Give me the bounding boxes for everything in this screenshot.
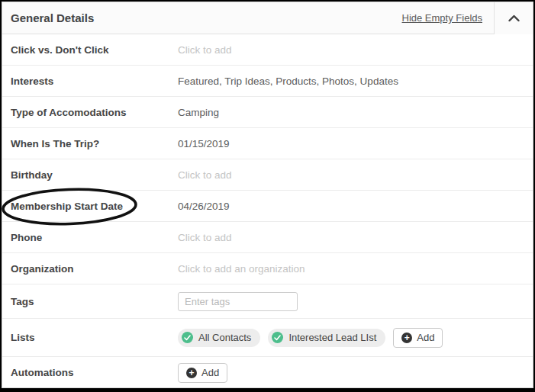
- field-value: [178, 292, 533, 311]
- field-row-automations: Automations + Add: [2, 357, 533, 388]
- field-value-empty[interactable]: Click to add: [178, 169, 533, 181]
- field-row-birthday: Birthday Click to add: [2, 159, 533, 191]
- add-button-label: Add: [417, 332, 434, 343]
- field-row-tags: Tags: [2, 284, 533, 319]
- field-label: Click vs. Don't Click: [2, 44, 178, 56]
- field-value[interactable]: 04/26/2019: [178, 201, 533, 212]
- field-label: Tags: [2, 296, 178, 307]
- field-row-when-is-the-trip: When Is The Trip? 01/15/2019: [2, 128, 533, 159]
- automations-value: + Add: [178, 363, 533, 383]
- screenshot-frame: General Details Hide Empty Fields Click …: [0, 0, 535, 392]
- lists-badge-group: All Contacts Interested Lead LIst + Add: [178, 328, 533, 348]
- field-row-organization: Organization Click to add an organizatio…: [2, 253, 533, 284]
- panel-header: General Details Hide Empty Fields: [2, 2, 533, 34]
- field-rows: Click vs. Don't Click Click to add Inter…: [2, 34, 533, 388]
- field-row-interests: Interests Featured, Trip Ideas, Products…: [2, 66, 533, 97]
- add-list-button[interactable]: + Add: [393, 328, 443, 348]
- add-button-label: Add: [201, 367, 219, 378]
- hide-empty-fields-link[interactable]: Hide Empty Fields: [402, 12, 482, 24]
- field-label: When Is The Trip?: [2, 138, 178, 149]
- check-icon: [182, 332, 193, 343]
- list-badge-all-contacts[interactable]: All Contacts: [178, 329, 260, 347]
- field-label: Lists: [2, 332, 178, 343]
- field-row-type-of-accomodations: Type of Accomodations Camping: [2, 97, 533, 128]
- field-value[interactable]: Camping: [178, 107, 533, 118]
- chevron-up-icon: [508, 11, 520, 25]
- list-badge-label: All Contacts: [198, 332, 251, 343]
- field-label: Organization: [2, 263, 178, 275]
- tags-input[interactable]: [178, 292, 298, 311]
- list-badge-interested-lead-list[interactable]: Interested Lead LIst: [268, 329, 385, 347]
- field-value-empty[interactable]: Click to add: [178, 44, 533, 56]
- field-row-phone: Phone Click to add: [2, 222, 533, 253]
- field-label: Membership Start Date: [2, 201, 178, 212]
- collapse-panel-button[interactable]: [495, 2, 533, 34]
- field-label: Interests: [2, 76, 178, 87]
- field-label: Birthday: [2, 169, 178, 181]
- check-icon: [272, 332, 283, 343]
- list-badge-label: Interested Lead LIst: [288, 332, 376, 343]
- general-details-panel: General Details Hide Empty Fields Click …: [2, 2, 533, 388]
- plus-icon: +: [186, 368, 197, 378]
- field-label: Phone: [2, 232, 178, 243]
- field-label: Type of Accomodations: [2, 107, 178, 118]
- field-row-lists: Lists All Contacts Interested Lead LIst: [2, 319, 533, 357]
- field-value-empty[interactable]: Click to add: [178, 232, 533, 243]
- panel-title: General Details: [2, 11, 402, 24]
- field-value[interactable]: 01/15/2019: [178, 138, 533, 149]
- field-value-empty[interactable]: Click to add an organization: [178, 263, 533, 275]
- field-row-membership-start-date: Membership Start Date 04/26/2019: [2, 191, 533, 222]
- plus-icon: +: [401, 333, 412, 343]
- add-automation-button[interactable]: + Add: [178, 363, 227, 383]
- field-value[interactable]: Featured, Trip Ideas, Products, Photos, …: [178, 76, 533, 87]
- field-row-click-vs-dont-click: Click vs. Don't Click Click to add: [2, 34, 533, 66]
- field-label: Automations: [2, 367, 178, 378]
